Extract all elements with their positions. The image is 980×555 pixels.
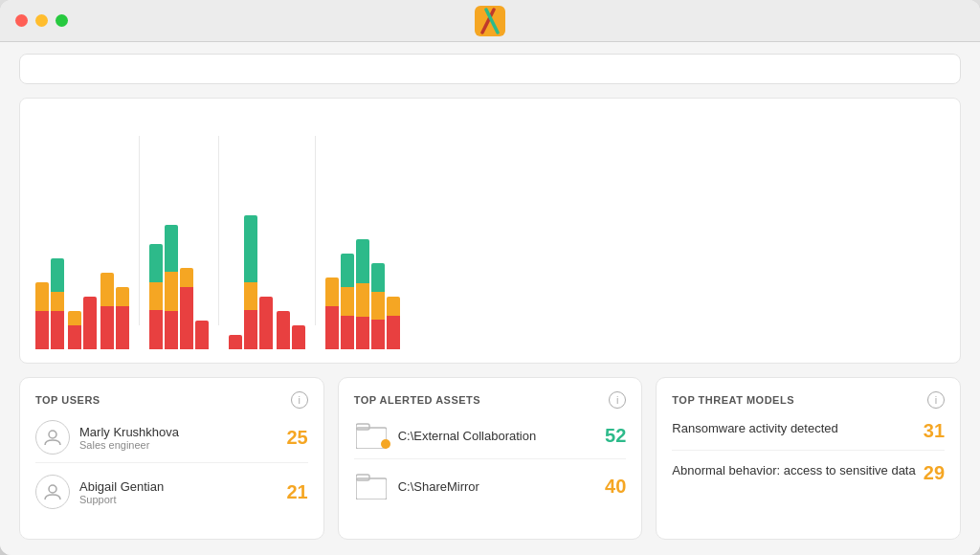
user-item-1: Marly Krushkhova Sales engineer 25: [35, 420, 308, 463]
user-text-2: Abigail Gentian Support: [79, 479, 277, 505]
info-icon-threats[interactable]: i: [927, 391, 945, 409]
bar: [180, 268, 193, 349]
titlebar: [0, 0, 980, 42]
chart-separator-3: [315, 136, 316, 325]
asset-item-2: C:\ShareMirror 40: [354, 471, 627, 501]
chart-separator-1: [139, 136, 140, 325]
bar-group-7: [325, 239, 400, 349]
folder-icon-1: [354, 420, 389, 451]
threat-text-2: Abnormal behavior: access to sensitive d…: [672, 462, 915, 479]
bar: [341, 254, 354, 349]
asset-text-2: C:\ShareMirror: [398, 479, 595, 494]
svg-rect-7: [356, 478, 387, 500]
bar: [195, 321, 209, 349]
user-item-2: Abigail Gentian Support 21: [35, 475, 308, 509]
threat-text-1: Ransomware activity detected: [672, 420, 915, 437]
panel-header-threats: TOP THREAT MODELS i: [672, 391, 945, 409]
bar: [229, 335, 242, 349]
chart-separator-2: [218, 136, 219, 325]
user-avatar-2: [35, 475, 70, 509]
threat-item-2: Abnormal behavior: access to sensitive d…: [672, 462, 945, 484]
bar: [68, 311, 81, 349]
bar: [116, 287, 129, 349]
bar-group-4: [149, 225, 209, 349]
bar: [100, 273, 114, 349]
user-avatar-1: [35, 420, 70, 455]
user-role-2: Support: [79, 494, 277, 505]
svg-point-3: [49, 431, 56, 438]
chart-panel: [19, 98, 961, 364]
info-icon-assets[interactable]: i: [609, 391, 626, 409]
maximize-button[interactable]: [56, 14, 68, 27]
bar: [356, 239, 369, 349]
bar: [35, 282, 49, 349]
svg-rect-8: [356, 475, 369, 480]
bottom-panels: TOP USERS i Marly Krushkhova Sales engin…: [19, 377, 961, 540]
user-text-1: Marly Krushkhova Sales engineer: [79, 425, 277, 451]
threat-count-2: 29: [924, 462, 945, 484]
bar: [83, 297, 97, 349]
asset-text-1: C:\External Collaboration: [398, 429, 595, 443]
user-role-1: Sales engineer: [79, 439, 277, 451]
app-icon: [475, 6, 505, 36]
svg-rect-0: [475, 6, 505, 36]
bar: [149, 244, 163, 349]
threat-count-1: 31: [924, 420, 945, 442]
bar: [277, 311, 290, 349]
user-name-1: Marly Krushkhova: [79, 425, 277, 439]
bar-group-2: [68, 297, 97, 349]
minimize-button[interactable]: [35, 14, 48, 27]
asset-item-1: C:\External Collaboration 52: [354, 420, 627, 459]
bar-group-3: [100, 273, 129, 349]
user-count-1: 25: [286, 427, 307, 449]
svg-rect-6: [356, 424, 369, 430]
asset-count-1: 52: [605, 425, 626, 447]
app-window: TOP USERS i Marly Krushkhova Sales engin…: [0, 0, 980, 555]
bar: [244, 215, 257, 349]
user-count-2: 21: [286, 481, 307, 503]
bar-chart: [35, 112, 945, 349]
asset-name-2: C:\ShareMirror: [398, 479, 595, 494]
bar: [259, 297, 273, 349]
bar: [51, 258, 64, 349]
panel-title-assets: TOP ALERTED ASSETS: [354, 394, 480, 406]
traffic-lights: [15, 14, 68, 27]
threat-item-1: Ransomware activity detected 31: [672, 420, 945, 451]
user-name-2: Abigail Gentian: [79, 479, 277, 494]
bar: [325, 278, 339, 349]
folder-icon-2: [354, 471, 389, 501]
top-users-panel: TOP USERS i Marly Krushkhova Sales engin…: [19, 377, 324, 540]
bar-group-5: [229, 215, 273, 349]
asset-name-1: C:\External Collaboration: [398, 429, 595, 443]
bar: [387, 297, 400, 349]
panel-title-users: TOP USERS: [35, 394, 100, 406]
bar-group-6: [277, 311, 305, 349]
top-threats-panel: TOP THREAT MODELS i Ransomware activity …: [656, 377, 961, 540]
close-button[interactable]: [15, 14, 28, 27]
folder-dot-1: [381, 439, 390, 449]
asset-count-2: 40: [605, 476, 626, 498]
panel-header-assets: TOP ALERTED ASSETS i: [354, 391, 627, 409]
svg-point-4: [49, 485, 56, 493]
content-area: TOP USERS i Marly Krushkhova Sales engin…: [0, 42, 980, 555]
top-assets-panel: TOP ALERTED ASSETS i C:\External Collabo…: [338, 377, 643, 540]
bar: [165, 225, 178, 349]
bar: [292, 325, 305, 349]
bar-group-1: [35, 258, 64, 349]
bar: [371, 263, 385, 349]
panel-title-threats: TOP THREAT MODELS: [672, 394, 794, 406]
search-bar[interactable]: [19, 54, 961, 84]
info-icon-users[interactable]: i: [291, 391, 308, 409]
panel-header-users: TOP USERS i: [35, 391, 308, 409]
